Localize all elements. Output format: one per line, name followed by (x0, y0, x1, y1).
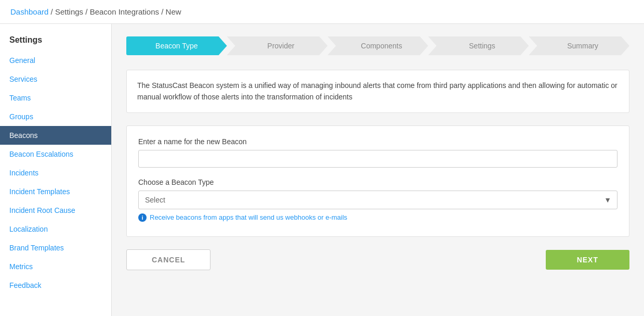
step-provider[interactable]: Provider (227, 36, 328, 55)
breadcrumb: Dashboard / Settings / Beacon Integratio… (0, 0, 644, 24)
sidebar-item-feedback[interactable]: Feedback (0, 276, 111, 295)
step-settings[interactable]: Settings (428, 36, 529, 55)
info-icon: i (138, 213, 147, 222)
step-settings-label: Settings (428, 36, 529, 55)
next-button[interactable]: NEXT (546, 250, 629, 270)
sidebar-item-brand-templates[interactable]: Brand Templates (0, 238, 111, 257)
sidebar-item-general[interactable]: General (0, 51, 111, 70)
hint-message: Receive beacons from apps that will send… (150, 213, 347, 221)
sidebar-item-beacon-escalations[interactable]: Beacon Escalations (0, 145, 111, 163)
cancel-button[interactable]: CANCEL (126, 249, 211, 270)
sidebar-header: Settings (0, 29, 111, 51)
breadcrumb-sep1: / (51, 7, 55, 16)
type-label: Choose a Beacon Type (138, 178, 617, 186)
form-section: Enter a name for the new Beacon Choose a… (126, 125, 629, 237)
step-summary-label: Summary (529, 36, 629, 55)
step-bar: Beacon Type Provider Components Settings… (126, 36, 629, 55)
sidebar-item-groups[interactable]: Groups (0, 107, 111, 126)
content-area: Beacon Type Provider Components Settings… (112, 24, 644, 316)
hint-text: i Receive beacons from apps that will se… (138, 213, 617, 222)
sidebar-item-incidents[interactable]: Incidents (0, 163, 111, 182)
breadcrumb-sep3: / (161, 7, 165, 16)
breadcrumb-settings: Settings (55, 7, 83, 16)
main-layout: Settings General Services Teams Groups B… (0, 24, 644, 316)
breadcrumb-beacon-integrations: Beacon Integrations (90, 7, 159, 16)
beacon-type-select[interactable]: Select (138, 191, 617, 209)
name-label: Enter a name for the new Beacon (138, 137, 617, 146)
step-components[interactable]: Components (327, 36, 428, 55)
sidebar: Settings General Services Teams Groups B… (0, 24, 112, 316)
step-components-label: Components (327, 36, 428, 55)
page-wrapper: Dashboard / Settings / Beacon Integratio… (0, 0, 644, 316)
sidebar-item-incident-templates[interactable]: Incident Templates (0, 182, 111, 201)
sidebar-item-teams[interactable]: Teams (0, 89, 111, 107)
beacon-type-select-wrapper: Select ▼ (138, 191, 617, 209)
step-beacon-type-label: Beacon Type (126, 36, 227, 55)
sidebar-item-localization[interactable]: Localization (0, 220, 111, 238)
breadcrumb-dashboard[interactable]: Dashboard (10, 7, 48, 16)
beacon-name-input[interactable] (138, 150, 617, 168)
step-summary[interactable]: Summary (529, 36, 629, 55)
sidebar-item-incident-root-cause[interactable]: Incident Root Cause (0, 201, 111, 220)
description-text: The StatusCast Beacon system is a unifie… (137, 81, 617, 101)
button-row: CANCEL NEXT (126, 249, 629, 270)
step-provider-label: Provider (227, 36, 328, 55)
description-box: The StatusCast Beacon system is a unifie… (126, 70, 629, 113)
sidebar-item-beacons[interactable]: Beacons (0, 126, 111, 145)
sidebar-item-metrics[interactable]: Metrics (0, 257, 111, 276)
breadcrumb-sep2: / (85, 7, 89, 16)
breadcrumb-new: New (166, 7, 181, 16)
step-beacon-type[interactable]: Beacon Type (126, 36, 227, 55)
sidebar-item-services[interactable]: Services (0, 70, 111, 89)
